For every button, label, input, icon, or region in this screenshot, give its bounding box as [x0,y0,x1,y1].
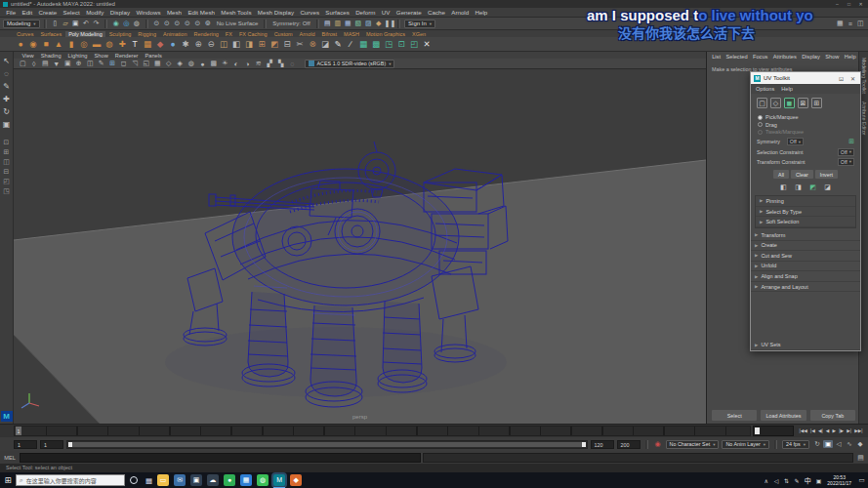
attribute-editor-menu-item[interactable]: Selected [723,54,750,60]
super-shape-icon[interactable]: ◆ [154,38,166,50]
create-text-icon[interactable]: T [129,38,141,50]
bevel-icon[interactable]: ◩ [269,38,280,50]
attribute-editor-button[interactable]: Load Attributes [761,410,806,421]
uv-toolkit-section[interactable]: ▶Align and Snap [751,271,860,282]
bookmark-icon[interactable]: ▼ [52,61,62,67]
shelf-tab[interactable]: Sculpting [106,31,135,37]
poly-sphere-icon[interactable]: ● [15,38,26,50]
boolean-icon[interactable]: ◫ [218,38,229,50]
sign-in-dropdown[interactable]: Sign In▾ [404,20,435,28]
uv-auto-map-icon[interactable]: ▩ [370,38,382,50]
smooth-icon[interactable]: ◧ [230,38,242,50]
delete-history-icon[interactable]: ✕ [421,38,433,50]
safe-title-icon[interactable]: ◈ [175,60,186,67]
range-end-handle[interactable] [582,442,586,447]
task-view-icon[interactable]: ▦ [145,476,152,485]
cortana-icon[interactable] [130,476,138,484]
select-component-icon[interactable]: ◍ [132,20,142,27]
auto-keyframe-toggle-icon[interactable]: ◉ [653,440,663,448]
scale-tool-icon[interactable]: ▣ [1,119,13,130]
animation-start-field[interactable]: 1 [14,440,37,449]
range-slider-bar[interactable] [66,440,588,449]
attribute-editor-menu-item[interactable]: Attributes [771,54,799,60]
range-start-handle[interactable] [68,442,72,447]
screen-space-ao-icon[interactable]: ◑ [242,61,253,67]
workspace-icon[interactable]: ▦ [836,20,846,27]
menu-item[interactable]: File [3,9,19,16]
sidebar-tab[interactable]: Attribute Editor [861,102,867,135]
attribute-editor-menu-item[interactable]: Show [823,54,842,60]
uv-select-square-icon[interactable]: ▢ [757,98,767,108]
poly-torus-icon[interactable]: ◎ [78,38,90,50]
uv-select-3d-icon[interactable]: ◼ [784,98,795,108]
no-live-surface-label[interactable]: No Live Surface [215,20,261,26]
uv-toolkit-section[interactable]: ▶UV Sets [751,340,860,350]
maya-app-icon[interactable]: M [273,474,285,486]
snap-to-view-plane-icon[interactable]: ⊙ [193,20,203,27]
snap-to-projected-center-icon[interactable]: ⊙ [183,20,192,27]
uv-radio-option[interactable]: Pick/Marquee [758,114,853,120]
2d-pan-zoom-icon[interactable]: ⊕ [74,60,85,67]
attribute-editor-menu-item[interactable]: Display [800,54,822,60]
quad-draw-icon[interactable]: ◪ [319,38,331,50]
menu-item[interactable]: Mesh [164,9,186,16]
close-window-button[interactable]: ✕ [848,75,857,82]
outliner-toggle-icon[interactable]: ≡ [846,20,855,27]
poly-disc-icon[interactable]: ◍ [103,38,115,50]
script-editor-icon[interactable]: ▤ [855,454,866,462]
ipr-render-icon[interactable]: ▥ [333,20,343,27]
layout-persp-outliner-icon[interactable]: ◫ [2,158,12,166]
mirror-icon[interactable]: ◨ [243,38,255,50]
make-live-icon[interactable]: ⊚ [203,20,213,27]
uv-select-diamond-icon[interactable]: ◇ [770,98,781,108]
symmetry-selector[interactable]: Symmetry: Off [270,20,311,26]
ime-language-indicator[interactable]: 中 [802,475,814,485]
uv-toolkit-menu-item[interactable]: Help [781,86,793,92]
shelf-tab[interactable]: FX Caching [236,31,270,37]
new-scene-icon[interactable]: ▯ [51,20,61,27]
playback-end-field[interactable]: 120 [591,440,614,449]
menu-item[interactable]: Display [107,9,134,16]
uv-toolkit-window[interactable]: M UV Toolkit ⊡ ✕ OptionsHelp ▢◇◼⊠⊞ Pick/… [750,71,861,351]
panel-menu-item[interactable]: Panels [142,53,165,59]
poly-cube-icon[interactable]: ■ [40,38,52,50]
current-frame-indicator[interactable]: 1 [16,427,21,435]
command-line-language-label[interactable]: MEL [2,455,18,461]
menu-item[interactable]: Surfaces [322,9,352,16]
menu-item[interactable]: Edit [19,9,35,16]
uv-toolkit-section[interactable]: ▶Transform [751,230,860,241]
shelf-tab[interactable]: Rendering [190,31,221,37]
anim-layer-dropdown[interactable]: No Anim Layer▾ [722,440,769,449]
uv-planar-map-icon[interactable]: ▦ [357,38,369,50]
uv-toolkit-section[interactable]: ▶Unfold [751,262,860,272]
uv-toolkit-section[interactable]: ▶Soft Selection [756,217,855,227]
motion-blur-icon[interactable]: ≋ [254,60,265,67]
anti-alias-icon[interactable]: ▞ [265,60,275,67]
taskbar-search-box[interactable]: ⌕ 在这里输入你要搜索的内容 [16,474,125,486]
light-editor-icon[interactable]: ▨ [364,20,374,27]
uv-toolkit-section[interactable]: ▶Pinning [756,196,855,207]
uv-select-button[interactable]: Invert [815,170,838,179]
transform-constraint-dropdown[interactable]: Off▾ [838,158,854,166]
photos-app-icon[interactable]: ▦ [240,474,252,486]
current-time-field[interactable] [753,426,794,436]
grid-toggle-icon[interactable]: ⊞ [107,60,118,67]
menu-item[interactable]: Arnold [448,9,472,16]
multi-cut-icon[interactable]: ✂ [294,38,306,50]
menu-item[interactable]: Help [472,9,490,16]
pen-icon[interactable]: ✎ [792,477,802,484]
shelf-tab[interactable]: Bifrost [318,31,340,37]
resolution-gate-icon[interactable]: ◹ [130,60,141,67]
menu-item[interactable]: Edit Mesh [185,9,218,16]
animation-end-field[interactable]: 200 [617,440,641,449]
hypershade-icon[interactable]: ▧ [353,20,363,27]
panel-menu-item[interactable]: Shading [37,53,64,59]
sweep-mesh-icon[interactable]: ▦ [142,38,153,50]
uv-toolkit-section[interactable]: ▶Create [751,241,860,252]
time-slider-track[interactable]: 1 [14,426,751,436]
uv-radio-option[interactable]: Drag [758,122,853,128]
shelf-tab[interactable]: Animation [160,31,189,37]
notification-center-icon[interactable]: ▭ [855,476,868,484]
close-button[interactable]: ✕ [856,1,865,7]
shelf-tab[interactable]: Poly Modeling [65,31,105,37]
